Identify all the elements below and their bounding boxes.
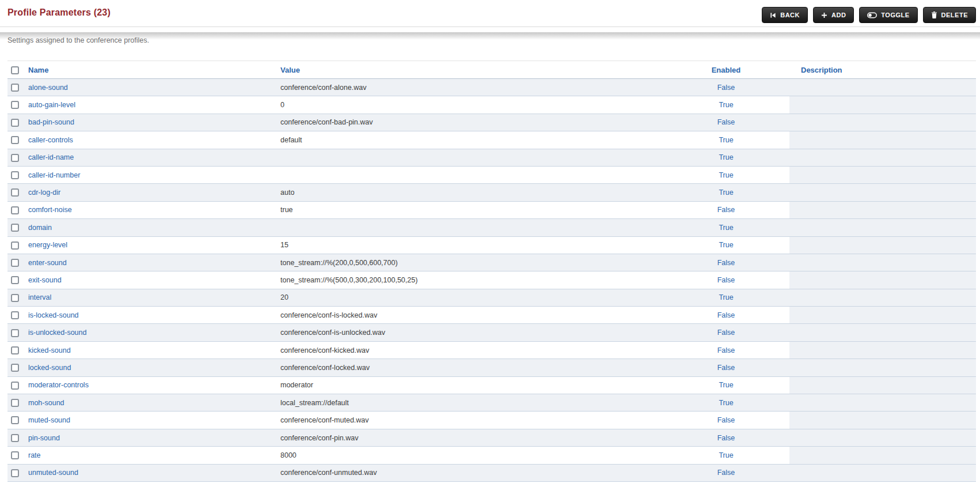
parameter-name-link[interactable]: moderator-controls [28,381,89,389]
row-checkbox[interactable] [11,154,19,162]
parameter-name-link[interactable]: caller-id-number [28,171,80,179]
parameter-enabled-link[interactable]: False [717,259,735,267]
row-checkbox[interactable] [11,399,19,407]
parameters-table: Name Value Enabled Description alone-sou… [7,61,976,482]
row-checkbox-cell [7,447,28,464]
parameter-enabled-link[interactable]: True [719,451,733,459]
parameter-name-link[interactable]: caller-id-name [28,153,74,161]
row-checkbox[interactable] [11,451,19,459]
parameter-enabled-link[interactable]: True [719,293,733,301]
parameter-name-cell: muted-sound [28,412,280,429]
row-checkbox[interactable] [11,188,19,197]
sort-by-description-link[interactable]: Description [801,66,842,74]
parameter-name-link[interactable]: caller-controls [28,136,73,144]
row-checkbox[interactable] [11,224,19,232]
parameter-enabled-link[interactable]: True [719,153,733,161]
parameter-name-link[interactable]: exit-sound [28,276,62,284]
back-button[interactable]: BACK [762,7,808,23]
row-checkbox[interactable] [11,84,19,92]
parameter-enabled-link[interactable]: True [719,224,733,232]
parameter-name-link[interactable]: alone-sound [28,84,68,92]
parameter-enabled-cell: False [663,307,789,324]
parameter-name-link[interactable]: energy-level [28,241,67,249]
parameter-enabled-cell: True [663,149,789,166]
parameter-enabled-link[interactable]: True [719,101,733,109]
row-checkbox[interactable] [11,119,19,127]
row-checkbox[interactable] [11,276,19,284]
select-all-checkbox[interactable] [11,66,19,74]
parameter-description [789,447,976,464]
parameter-enabled-link[interactable]: False [717,118,735,126]
parameter-value: 8000 [280,447,663,464]
table-row: interval20True [7,289,976,306]
sort-by-enabled-link[interactable]: Enabled [712,66,741,74]
parameter-enabled-link[interactable]: True [719,171,733,179]
toggle-button[interactable]: TOGGLE [859,7,917,23]
parameter-value: true [280,201,663,218]
parameter-enabled-link[interactable]: False [717,469,735,477]
row-checkbox[interactable] [11,294,19,302]
parameter-name-link[interactable]: rate [28,451,41,459]
row-checkbox[interactable] [11,416,19,424]
parameter-enabled-link[interactable]: True [719,381,733,389]
parameter-enabled-link[interactable]: False [717,329,735,337]
row-checkbox[interactable] [11,136,19,144]
parameter-enabled-cell: True [663,376,789,394]
table-row: unmuted-soundconference/conf-unmuted.wav… [7,464,976,481]
row-checkbox[interactable] [11,329,19,337]
parameter-name-link[interactable]: cdr-log-dir [28,188,60,197]
add-button[interactable]: ADD [813,7,854,23]
parameter-enabled-cell: False [663,359,789,376]
row-checkbox[interactable] [11,101,19,109]
row-checkbox[interactable] [11,311,19,319]
row-checkbox[interactable] [11,206,19,214]
parameter-name-cell: domain [28,219,280,236]
parameter-enabled-link[interactable]: True [719,399,733,407]
table-row: bad-pin-soundconference/conf-bad-pin.wav… [7,114,976,131]
row-checkbox[interactable] [11,364,19,372]
parameter-name-link[interactable]: locked-sound [28,364,71,372]
parameter-name-link[interactable]: unmuted-sound [28,469,78,477]
parameter-description [789,324,976,341]
parameter-enabled-link[interactable]: True [719,241,733,249]
parameter-name-link[interactable]: is-locked-sound [28,311,79,319]
sort-by-name-link[interactable]: Name [28,66,48,74]
parameter-name-link[interactable]: pin-sound [28,434,60,442]
parameter-enabled-link[interactable]: False [717,346,735,354]
parameter-enabled-link[interactable]: True [719,188,733,197]
parameter-enabled-link[interactable]: True [719,136,733,144]
parameter-enabled-link[interactable]: False [717,364,735,372]
delete-button[interactable]: DELETE [923,7,976,23]
parameter-enabled-link[interactable]: False [717,311,735,319]
parameter-enabled-link[interactable]: False [717,434,735,442]
parameter-name-link[interactable]: interval [28,293,51,301]
parameter-enabled-link[interactable]: False [717,416,735,424]
row-checkbox[interactable] [11,382,19,390]
parameter-name-link[interactable]: kicked-sound [28,346,71,354]
parameter-name-link[interactable]: auto-gain-level [28,101,75,109]
row-checkbox[interactable] [11,434,19,442]
row-checkbox[interactable] [11,171,19,179]
parameter-name-link[interactable]: muted-sound [28,416,70,424]
table-row: energy-level15True [7,236,976,254]
sort-by-value-link[interactable]: Value [280,66,300,74]
row-checkbox-cell [7,289,28,306]
parameter-name-link[interactable]: enter-sound [28,259,67,267]
parameter-name-link[interactable]: domain [28,224,52,232]
trash-icon [931,12,937,18]
row-checkbox[interactable] [11,346,19,354]
parameter-name-link[interactable]: comfort-noise [28,206,72,214]
parameter-name-link[interactable]: bad-pin-sound [28,118,74,126]
parameter-description [789,429,976,446]
parameter-name-link[interactable]: moh-sound [28,399,64,407]
row-checkbox[interactable] [11,259,19,267]
row-checkbox-cell [7,412,28,429]
row-checkbox[interactable] [11,469,19,477]
parameter-enabled-link[interactable]: False [717,206,735,214]
row-checkbox[interactable] [11,242,19,250]
parameter-enabled-link[interactable]: False [717,276,735,284]
parameter-enabled-link[interactable]: False [717,84,735,92]
parameter-description [789,254,976,271]
parameter-name-link[interactable]: is-unlocked-sound [28,329,86,337]
parameter-enabled-cell: True [663,184,789,201]
